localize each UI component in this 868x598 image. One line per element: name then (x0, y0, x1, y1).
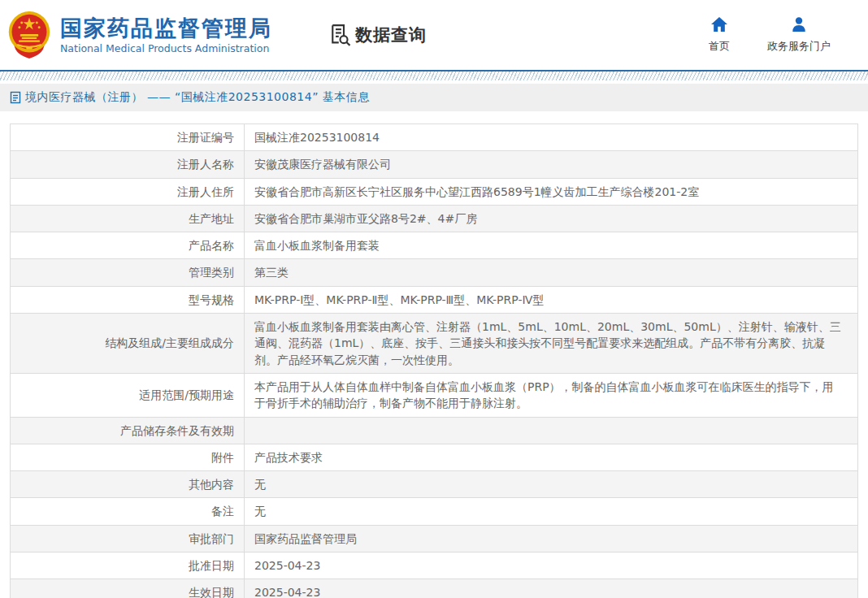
data-query-label: 数据查询 (355, 24, 427, 46)
row-value: 2025-04-23 (245, 579, 858, 598)
nav-item-label: 政务服务门户 (767, 39, 831, 54)
user-icon (790, 16, 808, 32)
table-row: 备注无 (11, 498, 858, 525)
top-nav: 首页 政务服务门户 (709, 16, 831, 54)
row-value (245, 417, 858, 444)
table-row: 注册人名称安徽茂康医疗器械有限公司 (11, 151, 858, 178)
table-row: 型号规格MK-PRP-Ⅰ型、MK-PRP-Ⅱ型、MK-PRP-Ⅲ型、MK-PRP… (11, 286, 858, 313)
table-row: 注册人住所安徽省合肥市高新区长宁社区服务中心望江西路6589号1幢义齿加工生产综… (11, 178, 858, 205)
table-row: 管理类别第三类 (11, 259, 858, 286)
header-logo-link[interactable]: 国家药品监督管理局 National Medical Products Admi… (7, 10, 272, 60)
nav-item-home[interactable]: 首页 (709, 16, 730, 54)
row-label: 生产地址 (11, 205, 245, 232)
row-label: 附件 (11, 444, 245, 470)
data-query-link[interactable]: 数据查询 (328, 23, 427, 47)
row-label: 产品储存条件及有效期 (11, 417, 245, 444)
table-row: 生产地址安徽省合肥市巢湖市亚父路8号2#、4#厂房 (11, 205, 858, 232)
table-row: 附件产品技术要求 (11, 444, 858, 470)
row-value: 富血小板血浆制备用套装由离心管、注射器（1mL、5mL、10mL、20mL、30… (245, 314, 858, 374)
row-label: 批准日期 (11, 552, 245, 579)
row-label: 注册证编号 (11, 124, 245, 151)
row-label: 结构及组成/主要组成成分 (11, 314, 245, 374)
table-row: 其他内容无 (11, 471, 858, 498)
row-value: 本产品用于从人体自体血样中制备自体富血小板血浆（PRP），制备的自体富血小板血浆… (245, 373, 858, 417)
row-label: 审批部门 (11, 525, 245, 552)
row-value: 无 (245, 498, 858, 525)
home-icon (710, 16, 728, 32)
breadcrumb: 境内医疗器械（注册） —— “国械注准20253100814” 基本信息 (25, 90, 370, 105)
table-row: 结构及组成/主要组成成分富血小板血浆制备用套装由离心管、注射器（1mL、5mL、… (11, 314, 858, 374)
table-row: 批准日期2025-04-23 (11, 552, 858, 579)
breadcrumb-bar: 境内医疗器械（注册） —— “国械注准20253100814” 基本信息 (0, 84, 868, 111)
row-label: 其他内容 (11, 471, 245, 498)
org-name-en: National Medical Products Administration (60, 42, 272, 54)
row-value: MK-PRP-Ⅰ型、MK-PRP-Ⅱ型、MK-PRP-Ⅲ型、MK-PRP-Ⅳ型 (245, 286, 858, 313)
row-label: 管理类别 (11, 259, 245, 286)
table-row: 适用范围/预期用途本产品用于从人体自体血样中制备自体富血小板血浆（PRP），制备… (11, 373, 858, 417)
nav-item-label: 首页 (709, 39, 730, 54)
table-row: 注册证编号国械注准20253100814 (11, 124, 858, 151)
national-emblem-icon (7, 10, 52, 60)
hatch-divider (0, 72, 868, 80)
site-header: 国家药品监督管理局 National Medical Products Admi… (0, 0, 868, 70)
row-label: 适用范围/预期用途 (11, 373, 245, 417)
row-value: 安徽省合肥市高新区长宁社区服务中心望江西路6589号1幢义齿加工生产综合楼201… (245, 178, 858, 205)
row-label: 生效日期 (11, 579, 245, 598)
list-icon (10, 91, 21, 104)
table-row: 产品名称富血小板血浆制备用套装 (11, 232, 858, 259)
row-label: 注册人名称 (11, 151, 245, 178)
row-label: 型号规格 (11, 286, 245, 313)
row-value: 2025-04-23 (245, 552, 858, 579)
table-row: 审批部门国家药品监督管理局 (11, 525, 858, 552)
row-value: 安徽茂康医疗器械有限公司 (245, 151, 858, 178)
row-label: 产品名称 (11, 232, 245, 259)
registration-info-table: 注册证编号国械注准20253100814注册人名称安徽茂康医疗器械有限公司注册人… (10, 124, 858, 598)
row-label: 备注 (11, 498, 245, 525)
row-value: 国械注准20253100814 (245, 124, 858, 151)
document-search-icon (328, 23, 352, 47)
nav-item-gov-portal[interactable]: 政务服务门户 (767, 16, 831, 54)
row-label: 注册人住所 (11, 178, 245, 205)
table-row: 产品储存条件及有效期 (11, 417, 858, 444)
row-value: 产品技术要求 (245, 444, 858, 470)
row-value: 富血小板血浆制备用套装 (245, 232, 858, 259)
row-value: 国家药品监督管理局 (245, 525, 858, 552)
row-value: 无 (245, 471, 858, 498)
row-value: 第三类 (245, 259, 858, 286)
org-name: 国家药品监督管理局 (60, 15, 272, 41)
row-value: 安徽省合肥市巢湖市亚父路8号2#、4#厂房 (245, 205, 858, 232)
table-row: 生效日期2025-04-23 (11, 579, 858, 598)
